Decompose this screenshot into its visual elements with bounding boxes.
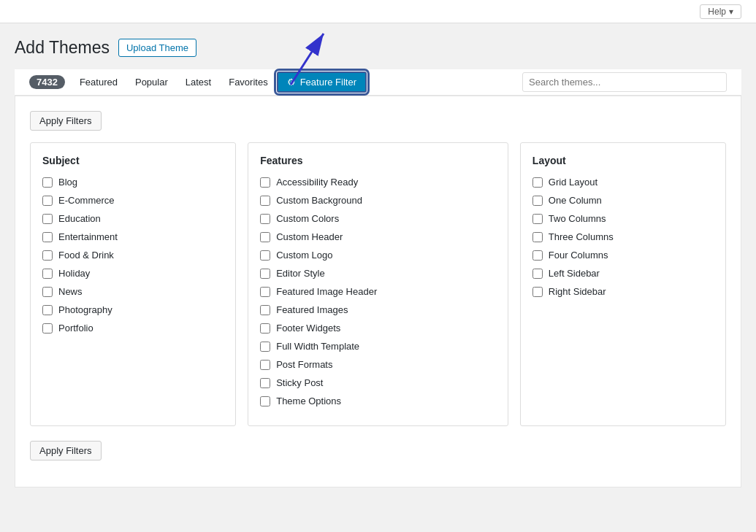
top-bar: Help ▾ bbox=[0, 0, 756, 23]
checkbox-four-columns[interactable] bbox=[532, 250, 543, 261]
checkbox-item[interactable]: Left Sidebar bbox=[532, 268, 714, 279]
apply-filters-button-bottom[interactable]: Apply Filters bbox=[30, 441, 102, 460]
page-title: Add Themes bbox=[15, 38, 110, 58]
checkbox-ecommerce[interactable] bbox=[42, 196, 53, 206]
checkbox-item[interactable]: Education bbox=[42, 213, 224, 224]
checkbox-item[interactable]: Featured Images bbox=[260, 304, 496, 315]
checkbox-photography[interactable] bbox=[42, 305, 53, 315]
checkbox-item[interactable]: E-Commerce bbox=[42, 195, 224, 206]
gear-icon: ⚙ bbox=[287, 77, 296, 88]
checkbox-item[interactable]: Sticky Post bbox=[260, 377, 496, 388]
bottom-apply-wrapper: Apply Filters bbox=[30, 441, 726, 472]
checkbox-item[interactable]: Custom Colors bbox=[260, 213, 496, 224]
theme-count: 7432 bbox=[29, 75, 65, 89]
checkbox-portfolio[interactable] bbox=[42, 323, 53, 334]
checkbox-footer-widgets[interactable] bbox=[260, 323, 270, 334]
checkbox-one-column[interactable] bbox=[532, 196, 543, 206]
checkbox-left-sidebar[interactable] bbox=[532, 269, 543, 279]
checkbox-item[interactable]: Featured Image Header bbox=[260, 286, 496, 297]
checkbox-item[interactable]: Right Sidebar bbox=[532, 286, 714, 297]
subject-column: Subject Blog E-Commerce Education Entert… bbox=[30, 142, 236, 426]
checkbox-item[interactable]: Full Width Template bbox=[260, 341, 496, 352]
checkbox-item[interactable]: Accessibility Ready bbox=[260, 177, 496, 188]
checkbox-holiday[interactable] bbox=[42, 269, 53, 279]
checkbox-theme-options[interactable] bbox=[260, 396, 270, 406]
help-button[interactable]: Help ▾ bbox=[700, 4, 741, 19]
checkbox-item[interactable]: Custom Background bbox=[260, 195, 496, 206]
checkbox-sticky-post[interactable] bbox=[260, 378, 270, 388]
checkbox-item[interactable]: Holiday bbox=[42, 268, 224, 279]
checkbox-education[interactable] bbox=[42, 214, 53, 224]
layout-column: Layout Grid Layout One Column Two Column… bbox=[520, 142, 726, 426]
checkbox-item[interactable]: Photography bbox=[42, 304, 224, 315]
chevron-down-icon: ▾ bbox=[729, 7, 733, 17]
checkbox-three-columns[interactable] bbox=[532, 232, 543, 242]
checkbox-featured-images[interactable] bbox=[260, 305, 270, 315]
checkbox-item[interactable]: Editor Style bbox=[260, 268, 496, 279]
checkbox-full-width[interactable] bbox=[260, 342, 270, 352]
checkbox-entertainment[interactable] bbox=[42, 232, 53, 242]
checkbox-news[interactable] bbox=[42, 287, 53, 297]
subject-heading: Subject bbox=[42, 155, 224, 166]
feature-filter-button[interactable]: ⚙ Feature Filter bbox=[277, 72, 367, 93]
checkbox-item[interactable]: Blog bbox=[42, 177, 224, 188]
checkbox-custom-colors[interactable] bbox=[260, 214, 270, 224]
feature-filter-label: Feature Filter bbox=[300, 77, 356, 88]
layout-heading: Layout bbox=[532, 155, 714, 166]
nav-section: 7432 Featured Popular Latest Favorites ⚙… bbox=[15, 69, 741, 96]
checkbox-post-formats[interactable] bbox=[260, 360, 270, 370]
checkbox-item[interactable]: Portfolio bbox=[42, 323, 224, 334]
tab-featured[interactable]: Featured bbox=[71, 71, 126, 93]
apply-filters-button-top[interactable]: Apply Filters bbox=[30, 111, 102, 131]
tab-latest[interactable]: Latest bbox=[177, 71, 220, 93]
checkbox-featured-image-header[interactable] bbox=[260, 287, 270, 297]
checkbox-item[interactable]: Custom Logo bbox=[260, 250, 496, 261]
checkbox-item[interactable]: Custom Header bbox=[260, 231, 496, 242]
features-column: Features Accessibility Ready Custom Back… bbox=[248, 142, 508, 426]
filter-panel: Apply Filters Subject Blog E-Commerce Ed… bbox=[15, 96, 741, 487]
checkbox-editor-style[interactable] bbox=[260, 269, 270, 279]
page-header: Add Themes Upload Theme bbox=[15, 38, 741, 58]
main-content: Add Themes Upload Theme 7432 Featured Po… bbox=[0, 23, 756, 502]
checkbox-item[interactable]: One Column bbox=[532, 195, 714, 206]
checkbox-custom-logo[interactable] bbox=[260, 250, 270, 261]
checkbox-custom-bg[interactable] bbox=[260, 196, 270, 206]
checkbox-item[interactable]: News bbox=[42, 286, 224, 297]
tab-favorites[interactable]: Favorites bbox=[220, 71, 276, 93]
checkbox-grid-layout[interactable] bbox=[532, 177, 543, 188]
checkbox-blog[interactable] bbox=[42, 177, 53, 188]
checkbox-right-sidebar[interactable] bbox=[532, 287, 543, 297]
features-heading: Features bbox=[260, 155, 496, 166]
filter-columns: Subject Blog E-Commerce Education Entert… bbox=[30, 142, 726, 426]
checkbox-item[interactable]: Post Formats bbox=[260, 359, 496, 370]
checkbox-item[interactable]: Theme Options bbox=[260, 396, 496, 406]
checkbox-food-drink[interactable] bbox=[42, 250, 53, 261]
checkbox-item[interactable]: Three Columns bbox=[532, 231, 714, 242]
help-label: Help bbox=[708, 7, 726, 17]
checkbox-item[interactable]: Four Columns bbox=[532, 250, 714, 261]
checkbox-item[interactable]: Grid Layout bbox=[532, 177, 714, 188]
checkbox-item[interactable]: Two Columns bbox=[532, 213, 714, 224]
upload-theme-button[interactable]: Upload Theme bbox=[118, 39, 196, 57]
tab-popular[interactable]: Popular bbox=[126, 71, 177, 93]
search-input[interactable] bbox=[522, 72, 727, 92]
checkbox-item[interactable]: Footer Widgets bbox=[260, 323, 496, 334]
checkbox-custom-header[interactable] bbox=[260, 232, 270, 242]
checkbox-two-columns[interactable] bbox=[532, 214, 543, 224]
checkbox-accessibility[interactable] bbox=[260, 177, 270, 188]
checkbox-item[interactable]: Food & Drink bbox=[42, 250, 224, 261]
checkbox-item[interactable]: Entertainment bbox=[42, 231, 224, 242]
